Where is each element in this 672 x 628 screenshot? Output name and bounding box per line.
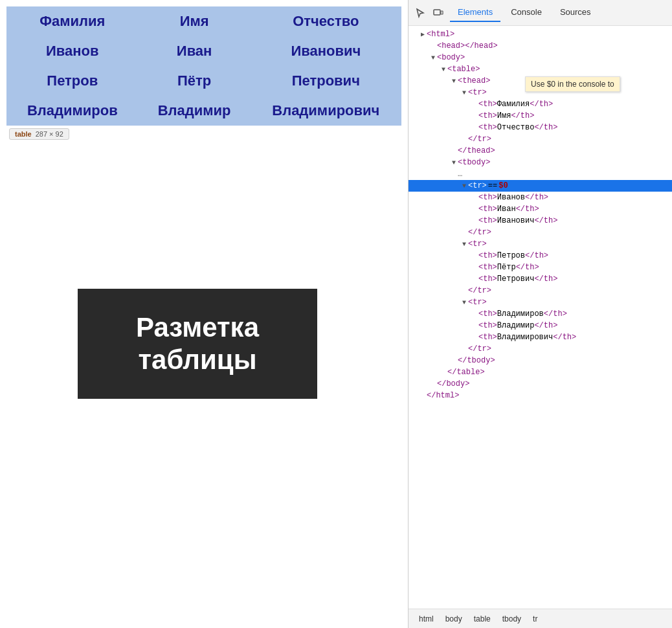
tag-body: <body> (437, 53, 465, 62)
tag-th-vladimirovich: <th>Владимирович</th> (478, 333, 576, 342)
ellipsis-marker: … (458, 170, 462, 179)
black-box-image: Разметка таблицы (78, 289, 317, 399)
dom-th-familiya[interactable]: <th>Фамилия</th> (409, 98, 672, 110)
tag-html: <html> (427, 30, 454, 39)
triangle-tr3[interactable]: ▼ (460, 299, 468, 306)
col-imya: Имя (139, 6, 251, 36)
cell-petr: Пётр (139, 66, 251, 96)
cell-petrov: Петров (6, 66, 139, 96)
dom-tr1-close[interactable]: </tr> (409, 227, 672, 238)
dom-th-petrov[interactable]: <th>Петров</th> (409, 250, 672, 262)
dom-th-ivanov[interactable]: <th>Иванов</th> (409, 192, 672, 203)
tab-console[interactable]: Console (503, 3, 550, 22)
tag-thead-close: </thead> (458, 146, 495, 155)
breadcrumb-table[interactable]: table (469, 613, 496, 625)
tag-thead: <thead> (458, 76, 490, 85)
tab-sources[interactable]: Sources (552, 3, 599, 22)
tag-th-familiya: <th>Фамилия</th> (478, 100, 553, 109)
table-body: Иванов Иван Иванович Петров Пётр Петрови… (6, 36, 401, 126)
tag-thead-tr: <tr> (468, 88, 487, 97)
tag-th-vladimir: <th>Владимир</th> (478, 321, 557, 330)
dom-tr3[interactable]: ▼ <tr> (409, 297, 672, 308)
dom-ellipsis: … (409, 168, 672, 180)
dom-tbody[interactable]: ▼ <tbody> (409, 157, 672, 168)
dom-thead[interactable]: ▼ <thead> Use $0 in the console to (409, 75, 672, 87)
breadcrumb-body[interactable]: body (440, 613, 467, 625)
cell-vladimirov: Владимиров (6, 96, 139, 126)
tag-tbody: <tbody> (458, 158, 490, 167)
triangle-body[interactable]: ▼ (429, 54, 437, 62)
dom-html[interactable]: ▶ <html> (409, 28, 672, 40)
tag-tr2-close: </tr> (468, 286, 491, 295)
triangle-tbody[interactable]: ▼ (450, 159, 458, 166)
dom-th-imya[interactable]: <th>Имя</th> (409, 110, 672, 122)
dom-th-vladimirov[interactable]: <th>Владимиров</th> (409, 308, 672, 320)
tag-th-vladimirov: <th>Владимиров</th> (478, 309, 567, 319)
tab-elements[interactable]: Elements (450, 3, 500, 22)
dom-body-close[interactable]: </body> (409, 378, 672, 390)
triangle-tr2[interactable]: ▼ (460, 241, 468, 248)
col-familiya: Фамилия (6, 6, 139, 36)
dom-th-ivan[interactable]: <th>Иван</th> (409, 203, 672, 215)
triangle-thead[interactable]: ▼ (450, 78, 458, 85)
demo-table: Фамилия Имя Отчество Иванов Иван Иванови… (6, 6, 401, 126)
cell-vladimirovich: Владимирович (251, 96, 401, 126)
dom-tr-selected[interactable]: ▼ <tr> == $0 (409, 180, 672, 192)
breadcrumb-tr[interactable]: tr (528, 613, 543, 625)
tag-thead-tr-close: </tr> (468, 135, 491, 144)
tag-th-petrovich: <th>Петрович</th> (478, 275, 557, 284)
tag-body-close: </body> (437, 379, 469, 388)
dom-html-close[interactable]: </html> (409, 390, 672, 401)
cell-ivanovich: Иванович (251, 36, 401, 66)
table-row-1: Иванов Иван Иванович (6, 36, 401, 66)
breadcrumb-html[interactable]: html (414, 613, 439, 625)
dom-th-vladimir[interactable]: <th>Владимир</th> (409, 320, 672, 331)
table-head: Фамилия Имя Отчество (6, 6, 401, 36)
dom-th-ivanovich[interactable]: <th>Иванович</th> (409, 215, 672, 227)
breadcrumb-tbody[interactable]: tbody (497, 613, 526, 625)
dollar-zero: $0 (498, 181, 508, 190)
table-row-3: Владимиров Владимир Владимирович (6, 96, 401, 126)
dom-th-vladimirovich[interactable]: <th>Владимирович</th> (409, 331, 672, 343)
dom-thead-tr-close[interactable]: </tr> (409, 133, 672, 145)
table-badge: table 287 × 92 (9, 128, 69, 140)
dom-body[interactable]: ▼ <body> (409, 52, 672, 63)
dom-th-petrovich[interactable]: <th>Петрович</th> (409, 273, 672, 285)
tag-html-close: </html> (427, 391, 459, 400)
dom-tr3-close[interactable]: </tr> (409, 343, 672, 355)
tag-tr3-close: </tr> (468, 344, 491, 353)
tag-tbody-close: </tbody> (458, 356, 495, 365)
dom-tr2[interactable]: ▼ <tr> (409, 238, 672, 250)
dom-tr2-close[interactable]: </tr> (409, 285, 672, 297)
dom-head[interactable]: <head></head> (409, 40, 672, 52)
cell-petrovich: Петрович (251, 66, 401, 96)
black-box-text: Разметка таблицы (78, 311, 317, 377)
dom-th-otchestvo[interactable]: <th>Отчество</th> (409, 122, 672, 133)
triangle-html[interactable]: ▶ (419, 30, 427, 38)
tag-head: <head></head> (437, 41, 498, 50)
triangle-tr-selected[interactable]: ▼ (460, 183, 468, 190)
tag-th-ivanov: <th>Иванов</th> (478, 193, 548, 202)
tag-th-imya: <th>Имя</th> (478, 111, 534, 120)
tag-th-petrov: <th>Петров</th> (478, 251, 548, 260)
dom-table[interactable]: ▼ <table> (409, 63, 672, 75)
dom-table-close[interactable]: </table> (409, 366, 672, 378)
dom-thead-tr[interactable]: ▼ <tr> (409, 87, 672, 98)
devtools-tabs-bar: Elements Console Sources (409, 0, 672, 26)
table-container: Фамилия Имя Отчество Иванов Иван Иванови… (0, 0, 408, 146)
inspect-icon[interactable] (414, 6, 427, 19)
table-header-row: Фамилия Имя Отчество (6, 6, 401, 36)
svg-rect-1 (441, 11, 443, 14)
tag-tr2: <tr> (468, 240, 487, 249)
tag-tr-selected: <tr> (468, 181, 487, 190)
breadcrumb-bar: html body table tbody tr (409, 609, 672, 628)
dom-thead-close[interactable]: </thead> (409, 145, 672, 157)
device-icon[interactable] (432, 6, 445, 19)
left-panel: Фамилия Имя Отчество Иванов Иван Иванови… (0, 0, 408, 628)
dom-th-petr[interactable]: <th>Пётр</th> (409, 262, 672, 273)
triangle-thead-tr[interactable]: ▼ (460, 89, 468, 96)
badge-tag-label: table (15, 130, 32, 138)
tag-table: <table> (447, 65, 480, 74)
triangle-table[interactable]: ▼ (440, 66, 447, 73)
dom-tbody-close[interactable]: </tbody> (409, 355, 672, 366)
